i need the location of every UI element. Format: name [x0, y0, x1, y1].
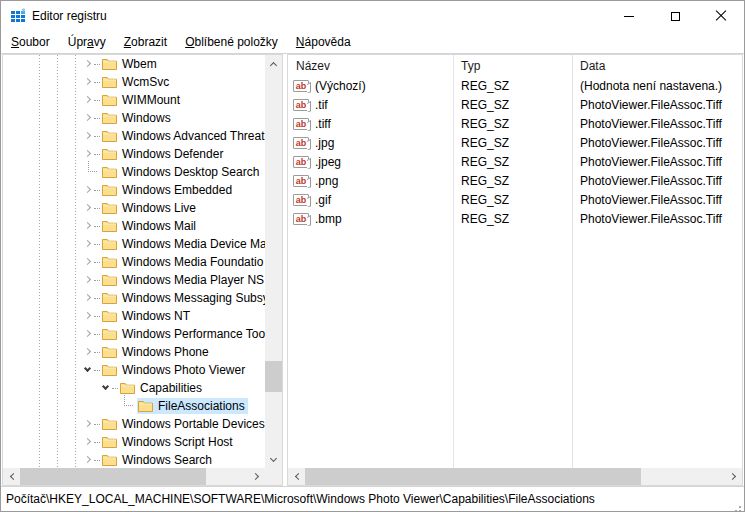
tree-connector-line	[94, 316, 100, 317]
menu-soubor[interactable]: Soubor	[2, 32, 59, 53]
main-area: WbemWcmSvcWIMMountWindowsWindows Advance…	[1, 54, 744, 486]
tree-item[interactable]: Windows Phone	[3, 343, 265, 361]
chevron-collapsed-icon[interactable]	[84, 60, 91, 67]
value-name: .tiff	[315, 117, 331, 131]
folder-icon	[102, 58, 117, 70]
table-row[interactable]: ab.jpegREG_SZPhotoViewer.FileAssoc.Tiff	[288, 152, 742, 171]
tree-item[interactable]: Windows	[3, 109, 265, 127]
values-horizontal-scroll-thumb[interactable]	[305, 468, 641, 485]
table-row[interactable]: ab.tifREG_SZPhotoViewer.FileAssoc.Tiff	[288, 95, 742, 114]
chevron-expanded-icon[interactable]	[84, 365, 91, 372]
table-row[interactable]: ab.tiffREG_SZPhotoViewer.FileAssoc.Tiff	[288, 114, 742, 133]
tree-item[interactable]: Windows Media Device Ma	[3, 235, 265, 253]
table-row[interactable]: ab(Výchozí)REG_SZ(Hodnota není nastavena…	[288, 76, 742, 95]
chevron-collapsed-icon[interactable]	[84, 132, 91, 139]
tree-item[interactable]: Windows Search	[3, 451, 265, 468]
tree-item[interactable]: Windows Embedded	[3, 181, 265, 199]
chevron-collapsed-icon[interactable]	[84, 438, 91, 445]
chevron-collapsed-icon[interactable]	[84, 258, 91, 265]
tree-horizontal-scroll-thumb[interactable]	[20, 468, 206, 485]
close-button[interactable]	[698, 1, 744, 31]
chevron-collapsed-icon[interactable]	[84, 96, 91, 103]
chevron-collapsed-icon[interactable]	[84, 420, 91, 427]
scroll-right-button[interactable]	[725, 468, 742, 485]
table-row[interactable]: ab.jpgREG_SZPhotoViewer.FileAssoc.Tiff	[288, 133, 742, 152]
tree-item-label: Windows Media Device Ma	[122, 237, 265, 251]
tree-item[interactable]: Windows Performance Too	[3, 325, 265, 343]
string-value-icon: ab	[293, 137, 309, 149]
tree-connector-line	[94, 226, 100, 227]
resize-grip-icon[interactable]	[739, 506, 741, 508]
chevron-collapsed-icon[interactable]	[84, 114, 91, 121]
menu-zobrazit[interactable]: Zobrazit	[115, 32, 176, 53]
tree-connector-line	[94, 352, 100, 353]
chevron-collapsed-icon[interactable]	[84, 348, 91, 355]
chevron-collapsed-icon[interactable]	[84, 294, 91, 301]
folder-icon	[102, 256, 117, 268]
tree-item[interactable]: Windows NT	[3, 307, 265, 325]
chevron-collapsed-icon[interactable]	[84, 240, 91, 247]
minimize-icon	[624, 16, 634, 17]
tree-item[interactable]: Windows Mail	[3, 217, 265, 235]
folder-icon	[102, 220, 117, 232]
tree-item[interactable]: Windows Advanced Threat	[3, 127, 265, 145]
menu-napoveda[interactable]: Nápověda	[287, 32, 360, 53]
string-value-icon: ab	[293, 213, 309, 225]
tree-item[interactable]: Windows Messaging Subsy	[3, 289, 265, 307]
tree-item[interactable]: Windows Media Foundatio	[3, 253, 265, 271]
scroll-down-button[interactable]	[265, 451, 282, 468]
chevron-collapsed-icon[interactable]	[84, 204, 91, 211]
tree-item[interactable]: WcmSvc	[3, 73, 265, 91]
chevron-collapsed-icon[interactable]	[84, 78, 91, 85]
chevron-expanded-icon[interactable]	[102, 383, 109, 390]
table-row[interactable]: ab.gifREG_SZPhotoViewer.FileAssoc.Tiff	[288, 190, 742, 209]
tree-item[interactable]: Windows Media Player NS	[3, 271, 265, 289]
scroll-left-button[interactable]	[3, 468, 20, 485]
table-row[interactable]: ab.pngREG_SZPhotoViewer.FileAssoc.Tiff	[288, 171, 742, 190]
chevron-collapsed-icon[interactable]	[84, 456, 91, 463]
tree-item[interactable]: Wbem	[3, 55, 265, 73]
column-header-data[interactable]: Data	[572, 59, 742, 73]
tree-item[interactable]: WIMMount	[3, 91, 265, 109]
column-separator[interactable]	[453, 55, 454, 468]
tree-item-label: Wbem	[122, 57, 157, 71]
registry-tree: WbemWcmSvcWIMMountWindowsWindows Advance…	[3, 55, 265, 468]
tree-item[interactable]: FileAssociations	[3, 397, 265, 415]
value-data: PhotoViewer.FileAssoc.Tiff	[572, 212, 742, 226]
tree-item[interactable]: Windows Desktop Search	[3, 163, 265, 181]
tree-connector-line	[94, 244, 100, 245]
table-row[interactable]: ab.bmpREG_SZPhotoViewer.FileAssoc.Tiff	[288, 209, 742, 228]
column-header-nazev[interactable]: Název	[288, 59, 453, 73]
scroll-left-button[interactable]	[288, 468, 305, 485]
column-separator[interactable]	[572, 55, 573, 468]
chevron-collapsed-icon[interactable]	[84, 276, 91, 283]
scroll-up-button[interactable]	[265, 55, 282, 72]
scroll-right-button[interactable]	[248, 468, 265, 485]
maximize-button[interactable]	[652, 1, 698, 31]
value-data: PhotoViewer.FileAssoc.Tiff	[572, 174, 742, 188]
values-horizontal-scrollbar[interactable]	[288, 468, 742, 485]
column-header-typ[interactable]: Typ	[453, 59, 572, 73]
tree-item-label: Windows Messaging Subsy	[122, 291, 265, 305]
chevron-collapsed-icon[interactable]	[84, 222, 91, 229]
chevron-collapsed-icon[interactable]	[84, 186, 91, 193]
tree-connector-line	[94, 334, 100, 335]
menu-oblibene-polozky[interactable]: Oblíbené položky	[176, 32, 287, 53]
tree-vertical-scrollbar[interactable]	[265, 55, 282, 468]
tree-item[interactable]: Windows Defender	[3, 145, 265, 163]
title-bar: Editor registru	[1, 1, 744, 31]
menu-upravy[interactable]: Úpravy	[59, 32, 115, 53]
tree-item[interactable]: Capabilities	[3, 379, 265, 397]
tree-item[interactable]: Windows Live	[3, 199, 265, 217]
chevron-collapsed-icon[interactable]	[84, 330, 91, 337]
tree-horizontal-scrollbar[interactable]	[3, 468, 265, 485]
chevron-collapsed-icon[interactable]	[84, 150, 91, 157]
tree-vertical-scroll-thumb[interactable]	[265, 361, 282, 392]
chevron-collapsed-icon[interactable]	[84, 312, 91, 319]
tree-item[interactable]: Windows Photo Viewer	[3, 361, 265, 379]
tree-item[interactable]: Windows Portable Devices	[3, 415, 265, 433]
tree-item[interactable]: Windows Script Host	[3, 433, 265, 451]
minimize-button[interactable]	[606, 1, 652, 31]
value-name: .jpeg	[315, 155, 341, 169]
string-value-icon: ab	[293, 99, 309, 111]
